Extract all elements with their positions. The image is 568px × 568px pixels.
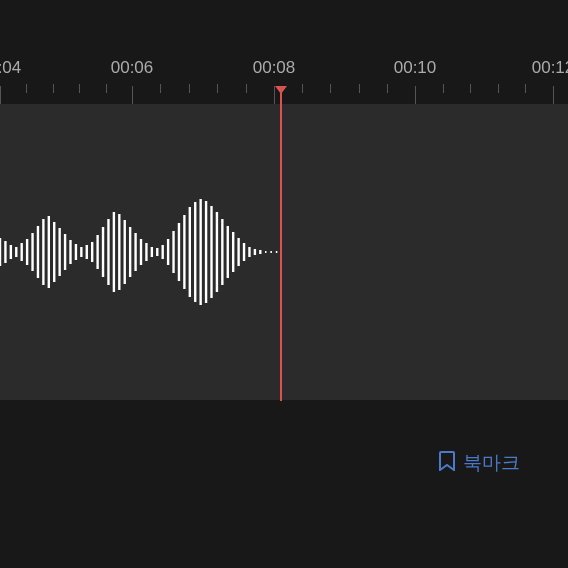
playhead[interactable] bbox=[280, 91, 282, 401]
time-labels: 00:0400:0600:0800:1000:12 bbox=[0, 0, 568, 70]
audio-timeline: 00:0400:0600:0800:1000:12 북마크 bbox=[0, 0, 568, 568]
bookmark-button[interactable]: 북마크 bbox=[439, 450, 520, 476]
time-label: 00:06 bbox=[111, 58, 154, 78]
bookmark-icon bbox=[439, 451, 455, 476]
bookmark-label: 북마크 bbox=[463, 450, 520, 476]
time-label: 00:04 bbox=[0, 58, 21, 78]
time-label: 00:12 bbox=[532, 58, 568, 78]
waveform bbox=[0, 104, 568, 400]
time-label: 00:10 bbox=[394, 58, 437, 78]
waveform-panel[interactable] bbox=[0, 104, 568, 400]
time-label: 00:08 bbox=[253, 58, 296, 78]
